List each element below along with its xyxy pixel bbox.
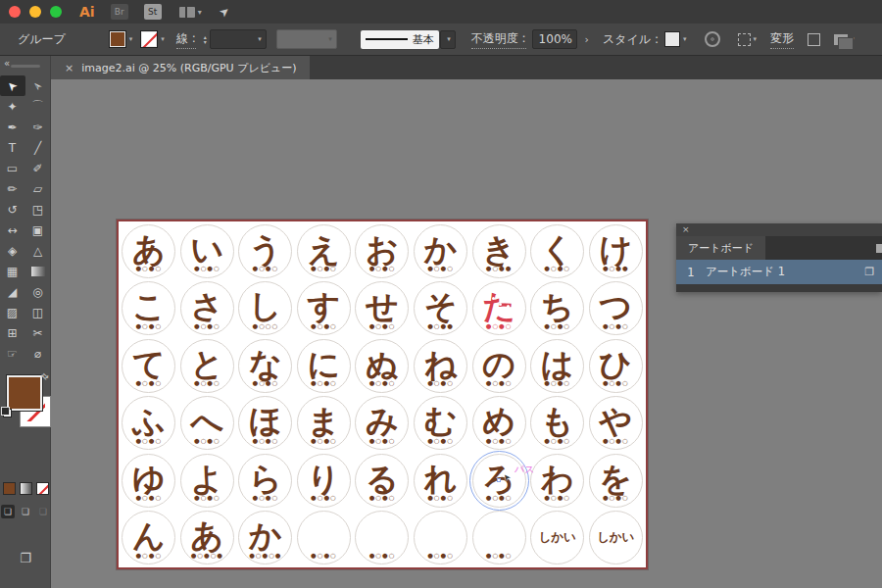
hiragana-circle[interactable]: り●○●○ — [297, 454, 351, 508]
hiragana-circle[interactable]: そ●○●● — [414, 281, 467, 335]
lasso-tool[interactable]: ⌒ — [25, 96, 51, 117]
hiragana-circle[interactable]: み●○●○ — [355, 396, 409, 450]
artboard-page-icon[interactable]: ❐ — [864, 266, 874, 278]
hiragana-circle[interactable]: ま●○●○ — [297, 396, 351, 450]
hiragana-circle[interactable]: ゆ●○●○ — [122, 454, 175, 508]
hiragana-circle[interactable]: け●○●● — [589, 224, 643, 278]
shape-builder-tool[interactable]: ◈ — [0, 240, 25, 261]
close-panel-icon[interactable]: × — [682, 224, 690, 234]
hiragana-circle[interactable]: て●○●○ — [122, 339, 175, 393]
blend-tool[interactable]: ◎ — [25, 281, 51, 302]
select-similar-icon[interactable] — [808, 33, 820, 46]
empty-circle[interactable]: ●○●○ — [472, 511, 526, 564]
collapse-panel-icon[interactable]: « — [4, 58, 10, 69]
tab-artboards[interactable]: アートボード — [676, 236, 765, 260]
hiragana-circle[interactable]: た●○●○ — [472, 281, 526, 335]
artboard-tool[interactable]: ⊞ — [0, 322, 25, 343]
hiragana-circle[interactable]: ひ●○●○ — [589, 339, 643, 393]
hiragana-circle[interactable]: へ●○●○ — [180, 396, 234, 450]
panel-menu-icon[interactable] — [876, 244, 882, 253]
opacity-label[interactable]: 不透明度 : — [471, 30, 526, 49]
pen-tool[interactable]: ✒ — [0, 117, 25, 137]
brush-definition-combo[interactable]: 基本 — [361, 30, 439, 49]
graphic-style-swatch[interactable] — [664, 31, 680, 47]
hiragana-circle[interactable]: ね●○●○ — [414, 339, 467, 393]
hiragana-circle[interactable]: ろ●○●○ — [472, 454, 526, 508]
hiragana-circle[interactable]: あ●○●○ — [122, 224, 175, 278]
hiragana-circle[interactable]: ぬ●○●○ — [355, 339, 409, 393]
hiragana-circle[interactable]: せ●○●○ — [355, 281, 409, 335]
default-fill-stroke-icon[interactable] — [3, 409, 12, 417]
perspective-grid-tool[interactable]: △ — [25, 240, 51, 261]
panel-grip[interactable] — [11, 65, 40, 68]
hiragana-circle[interactable]: え●○●○ — [297, 224, 351, 278]
hiragana-circle[interactable]: や●○●○ — [589, 396, 643, 450]
direct-selection-tool[interactable]: ➢ — [25, 75, 51, 96]
hiragana-circle[interactable]: ち●○●○ — [530, 281, 584, 335]
stroke-weight-combo[interactable]: ▾ — [210, 29, 267, 49]
artboard-list-item[interactable]: 1 アートボード 1 ❐ — [676, 260, 882, 284]
minimize-window-button[interactable] — [29, 6, 41, 18]
selection-tool[interactable]: ➤ — [0, 75, 25, 96]
rotate-tool[interactable]: ↺ — [0, 199, 25, 220]
hiragana-circle[interactable]: ら●○●○ — [238, 454, 292, 508]
hiragana-circle[interactable]: つ●○●○ — [589, 281, 643, 335]
hiragana-circle[interactable]: ほ●○●○ — [238, 396, 292, 450]
zoom-tool[interactable]: ⌀ — [25, 343, 51, 364]
hiragana-circle[interactable]: す●○●○ — [297, 281, 351, 335]
none-button[interactable] — [36, 482, 49, 495]
chevron-down-icon[interactable]: ▾ — [754, 35, 758, 43]
empty-circle[interactable]: ●○●○ — [414, 511, 467, 564]
paintbrush-tool[interactable]: ✐ — [25, 158, 51, 178]
hiragana-circle[interactable]: あ●○●○● — [180, 511, 234, 564]
hiragana-circle[interactable]: も●○●○ — [530, 396, 584, 450]
fill-indicator-swatch[interactable] — [7, 375, 42, 411]
zoom-window-button[interactable] — [50, 6, 62, 18]
hiragana-circle[interactable]: き●○●● — [472, 224, 526, 278]
hiragana-circle[interactable]: と●○●○ — [180, 339, 234, 393]
hiragana-circle[interactable]: は●○●○ — [530, 339, 584, 393]
scale-tool[interactable]: ◳ — [25, 199, 51, 220]
curvature-tool[interactable]: ✑ — [25, 117, 51, 137]
fill-color-swatch[interactable] — [109, 30, 126, 48]
artboard-name[interactable]: アートボード 1 — [706, 265, 785, 279]
hiragana-circle[interactable]: し●○○○ — [238, 281, 292, 335]
opacity-field[interactable]: 100% — [532, 29, 577, 49]
hiragana-circle[interactable]: よ●○●○ — [180, 454, 234, 508]
type-tool[interactable]: T — [0, 137, 25, 158]
empty-circle[interactable]: ●○●○ — [297, 511, 351, 564]
document-tab[interactable]: × image2.ai @ 25% (RGB/GPU プレビュー) — [51, 56, 310, 79]
arrange-icon[interactable] — [834, 34, 848, 45]
eraser-tool[interactable]: ▱ — [25, 178, 51, 199]
gradient-tool[interactable] — [25, 261, 51, 281]
stroke-weight-stepper[interactable]: ▴▾ — [204, 34, 207, 44]
close-window-button[interactable] — [9, 6, 21, 18]
hiragana-circle[interactable]: い●○●○ — [180, 224, 234, 278]
hiragana-circle[interactable]: め●○●○ — [472, 396, 526, 450]
free-transform-tool[interactable]: ▣ — [25, 220, 51, 240]
mesh-tool[interactable]: ▦ — [0, 261, 25, 281]
stroke-weight-label[interactable]: 線 : — [176, 30, 196, 49]
draw-behind-icon[interactable]: ❏ — [19, 505, 32, 518]
hiragana-circle[interactable]: お●○●○ — [355, 224, 409, 278]
chevron-down-icon[interactable]: ▾ — [161, 35, 165, 43]
chevron-down-icon[interactable]: ▾ — [683, 35, 687, 43]
width-tool[interactable]: ↔ — [0, 220, 25, 240]
hiragana-circle[interactable]: ふ●○●○ — [122, 396, 175, 450]
hiragana-circle[interactable]: に●○●○ — [297, 339, 351, 393]
rectangle-tool[interactable]: ▭ — [0, 158, 25, 178]
chevron-down-icon[interactable]: ▾ — [129, 35, 133, 43]
hiragana-circle[interactable]: く●○●○ — [530, 224, 584, 278]
isolate-selection-icon[interactable] — [738, 33, 751, 46]
column-graph-tool[interactable]: ◫ — [25, 302, 51, 322]
hiragana-circle[interactable]: こ●○●○ — [122, 281, 175, 335]
recolor-artwork-icon[interactable] — [705, 31, 720, 47]
opacity-more-button[interactable]: › — [585, 33, 589, 46]
hiragana-circle[interactable]: を●○●○ — [589, 454, 643, 508]
symbol-sprayer-tool[interactable]: ▨ — [0, 302, 25, 322]
share-rocket-icon[interactable]: ➤ — [216, 3, 232, 20]
transform-link[interactable]: 変形 — [770, 30, 794, 49]
color-button[interactable] — [3, 482, 16, 495]
draw-normal-icon[interactable]: ❏ — [1, 505, 15, 518]
hiragana-circle[interactable]: さ●○●○ — [180, 281, 234, 335]
